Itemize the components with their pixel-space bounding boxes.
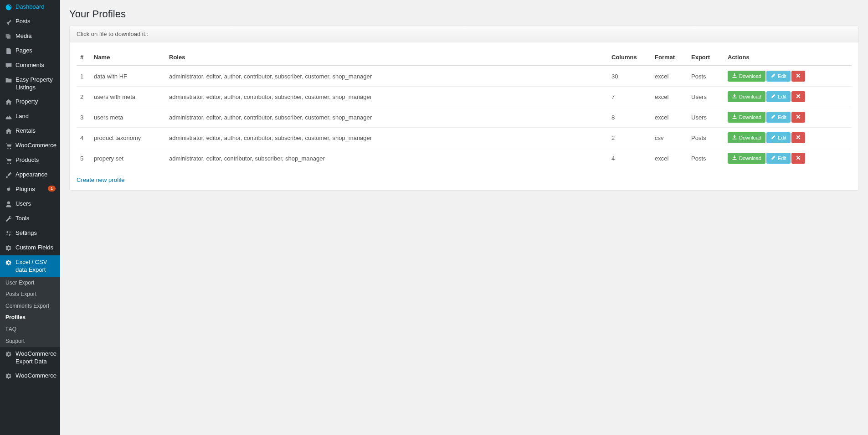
sidebar-item-tools[interactable]: Tools (0, 212, 60, 226)
edit-icon (770, 93, 778, 100)
cell-actions: DownloadEdit (724, 66, 852, 87)
th-roles: Roles (165, 49, 608, 66)
sidebar-item-rentals[interactable]: Rentals (0, 124, 60, 139)
plug-icon (5, 186, 13, 194)
submenu-item-profiles[interactable]: Profiles (0, 312, 60, 324)
cell-format: excel (651, 107, 688, 128)
cell-num: 2 (77, 87, 90, 107)
edit-button[interactable]: Edit (766, 132, 791, 143)
delete-button[interactable] (791, 132, 805, 143)
sidebar-item-label: Dashboard (15, 3, 56, 11)
cell-format: excel (651, 66, 688, 87)
submenu-item-faq[interactable]: FAQ (0, 324, 60, 336)
sidebar-item-media[interactable]: Media (0, 29, 60, 44)
delete-button[interactable] (791, 153, 805, 164)
sidebar-item-woocommerce-export-data[interactable]: WooCommerce Export Data (0, 347, 60, 369)
download-button[interactable]: Download (728, 91, 765, 102)
th-columns: Columns (608, 49, 651, 66)
sidebar-item-users[interactable]: Users (0, 197, 60, 212)
sidebar-item-excel-csv-data-export[interactable]: Excel / CSV data Export (0, 255, 60, 277)
download-button[interactable]: Download (728, 132, 765, 143)
sidebar-item-settings[interactable]: Settings (0, 226, 60, 241)
edit-icon (770, 114, 778, 120)
sidebar-item-plugins[interactable]: Plugins1 (0, 182, 60, 197)
dashboard-icon (5, 3, 13, 11)
panel-hint: Click on file to download it.: (70, 26, 858, 42)
page-title: Your Profiles (69, 8, 859, 20)
cell-num: 5 (77, 148, 90, 169)
sidebar-item-property[interactable]: Property (0, 95, 60, 109)
sidebar-item-comments[interactable]: Comments (0, 58, 60, 73)
close-icon (796, 114, 801, 120)
gear-icon (5, 350, 13, 358)
download-icon (732, 135, 739, 141)
edit-button[interactable]: Edit (766, 71, 791, 82)
edit-button[interactable]: Edit (766, 112, 791, 123)
admin-sidebar: DashboardPostsMediaPagesCommentsEasy Pro… (0, 0, 60, 435)
edit-label: Edit (778, 114, 786, 120)
land-icon (5, 113, 13, 121)
pin-icon (5, 18, 13, 26)
cell-actions: DownloadEdit (724, 87, 852, 107)
delete-button[interactable] (791, 71, 805, 82)
cell-columns: 4 (608, 148, 651, 169)
sidebar-item-appearance[interactable]: Appearance (0, 168, 60, 182)
delete-button[interactable] (791, 112, 805, 123)
edit-label: Edit (778, 155, 786, 161)
gear-icon (5, 259, 13, 267)
sidebar-item-easy-property-listings[interactable]: Easy Property Listings (0, 73, 60, 95)
brush-icon (5, 171, 13, 179)
sidebar-item-products[interactable]: Products (0, 153, 60, 168)
folder-icon (5, 76, 13, 84)
sidebar-item-land[interactable]: Land (0, 109, 60, 124)
sidebar-item-woocommerce[interactable]: WooCommerce (0, 369, 60, 383)
download-button[interactable]: Download (728, 153, 765, 164)
sidebar-item-posts[interactable]: Posts (0, 15, 60, 29)
sidebar-item-label: WooCommerce Export Data (15, 350, 56, 366)
sidebar-item-label: Custom Fields (15, 244, 56, 252)
sidebar-item-label: Media (15, 32, 56, 40)
edit-label: Edit (778, 94, 786, 99)
main-content: Your Profiles Click on file to download … (60, 0, 868, 435)
cell-columns: 30 (608, 66, 651, 87)
cell-export: Posts (688, 148, 724, 169)
user-icon (5, 200, 13, 208)
cell-roles: administrator, editor, contributor, subs… (165, 148, 608, 169)
sidebar-item-woocommerce[interactable]: WooCommerce (0, 139, 60, 153)
home-icon (5, 98, 13, 106)
sidebar-item-label: Easy Property Listings (15, 76, 56, 92)
cell-format: excel (651, 87, 688, 107)
download-label: Download (739, 135, 761, 140)
sidebar-item-custom-fields[interactable]: Custom Fields (0, 241, 60, 255)
table-row: 5propery setadministrator, editor, contr… (77, 148, 852, 169)
sliders-icon (5, 229, 13, 238)
sidebar-item-label: Pages (15, 47, 56, 55)
submenu-item-posts-export[interactable]: Posts Export (0, 289, 60, 300)
sidebar-item-label: Appearance (15, 171, 56, 179)
sidebar-item-label: Land (15, 113, 56, 120)
cell-roles: administrator, editor, author, contribut… (165, 128, 608, 148)
cell-actions: DownloadEdit (724, 107, 852, 128)
submenu-item-user-export[interactable]: User Export (0, 277, 60, 289)
th-actions: Actions (724, 49, 852, 66)
sidebar-item-label: WooCommerce (15, 142, 56, 150)
download-label: Download (739, 155, 761, 161)
submenu-item-comments-export[interactable]: Comments Export (0, 300, 60, 312)
submenu-item-support[interactable]: Support (0, 336, 60, 347)
create-profile-link[interactable]: Create new profile (77, 176, 125, 183)
download-label: Download (739, 73, 761, 79)
sidebar-item-dashboard[interactable]: Dashboard (0, 0, 60, 15)
download-button[interactable]: Download (728, 112, 765, 123)
download-label: Download (739, 94, 761, 99)
download-button[interactable]: Download (728, 71, 765, 82)
edit-button[interactable]: Edit (766, 153, 791, 164)
sidebar-item-pages[interactable]: Pages (0, 44, 60, 58)
sidebar-item-label: Posts (15, 18, 56, 26)
edit-icon (770, 73, 778, 79)
edit-button[interactable]: Edit (766, 91, 791, 102)
table-row: 4product taxonomyadministrator, editor, … (77, 128, 852, 148)
delete-button[interactable] (791, 91, 805, 102)
wrench-icon (5, 215, 13, 223)
sidebar-item-label: Users (15, 200, 56, 208)
sidebar-item-label: Excel / CSV data Export (15, 259, 56, 274)
